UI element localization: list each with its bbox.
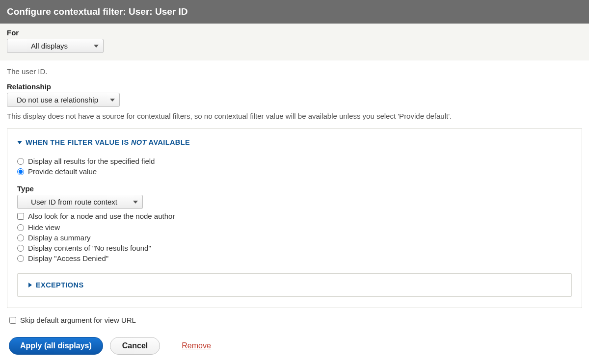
radio-hide-view[interactable]: Hide view [17,223,572,232]
exceptions-fieldset: EXCEPTIONS [17,273,572,297]
exceptions-toggle[interactable]: EXCEPTIONS [27,281,562,289]
cancel-button[interactable]: Cancel [110,337,160,355]
radio-hide-view-input[interactable] [17,224,24,231]
relationship-section: Relationship Do not use a relationship [7,82,582,107]
checkbox-skip-default-input[interactable] [9,317,16,324]
for-select[interactable]: All displays [7,39,104,53]
for-section: For All displays [0,24,589,60]
dialog-title-bar: Configure contextual filter: User: User … [0,0,589,24]
provide-default-nested: Type User ID from route context Also loo… [17,184,572,220]
radio-access-denied-input[interactable] [17,255,24,262]
radio-label: Display contents of "No results found" [28,244,151,252]
exceptions-title: EXCEPTIONS [36,281,83,289]
for-select-value: All displays [31,42,68,50]
radio-label: Provide default value [28,167,97,176]
triangle-right-icon [27,283,32,287]
relationship-select-wrap: Do not use a relationship [7,93,120,107]
relationship-label: Relationship [7,82,582,91]
checkbox-label: Also look for a node and use the node au… [28,212,175,220]
radio-label: Display "Access Denied" [28,254,108,262]
source-hint: This display does not have a source for … [7,112,582,120]
for-label: For [7,28,582,37]
radio-display-all[interactable]: Display all results for the specified fi… [17,157,572,165]
not-available-options: Display all results for the specified fi… [17,157,572,297]
radio-provide-default-input[interactable] [17,168,24,175]
radio-display-summary-input[interactable] [17,234,24,241]
triangle-down-icon [17,140,22,145]
type-label: Type [17,184,572,193]
apply-button[interactable]: Apply (all displays) [9,337,103,355]
field-description: The user ID. [7,67,582,76]
dialog-content: The user ID. Relationship Do not use a r… [0,60,589,331]
radio-display-summary[interactable]: Display a summary [17,234,572,242]
type-block: Type User ID from route context [17,184,572,209]
type-select-wrap: User ID from route context [17,195,143,209]
radio-provide-default[interactable]: Provide default value [17,167,572,176]
checkbox-also-node-input[interactable] [17,213,24,220]
radio-label: Display all results for the specified fi… [28,157,155,165]
relationship-select-value: Do not use a relationship [17,96,98,104]
remove-link[interactable]: Remove [182,341,211,350]
checkbox-also-node[interactable]: Also look for a node and use the node au… [17,212,572,220]
not-available-toggle[interactable]: WHEN THE FILTER VALUE IS NOT AVAILABLE [17,138,572,146]
radio-no-results[interactable]: Display contents of "No results found" [17,244,572,252]
relationship-select[interactable]: Do not use a relationship [7,93,120,107]
type-select-value: User ID from route context [31,198,117,206]
type-select[interactable]: User ID from route context [17,195,143,209]
checkbox-label: Skip default argument for view URL [20,316,136,324]
radio-label: Hide view [28,223,60,232]
not-available-title: WHEN THE FILTER VALUE IS NOT AVAILABLE [26,138,190,146]
radio-no-results-input[interactable] [17,245,24,252]
radio-label: Display a summary [28,234,91,242]
dialog-actions: Apply (all displays) Cancel Remove [0,331,589,361]
not-available-fieldset: WHEN THE FILTER VALUE IS NOT AVAILABLE D… [7,128,582,308]
for-select-wrap: All displays [7,39,104,53]
checkbox-skip-default[interactable]: Skip default argument for view URL [7,316,582,324]
radio-display-all-input[interactable] [17,158,24,165]
dialog-title: Configure contextual filter: User: User … [7,6,187,17]
radio-access-denied[interactable]: Display "Access Denied" [17,254,572,262]
